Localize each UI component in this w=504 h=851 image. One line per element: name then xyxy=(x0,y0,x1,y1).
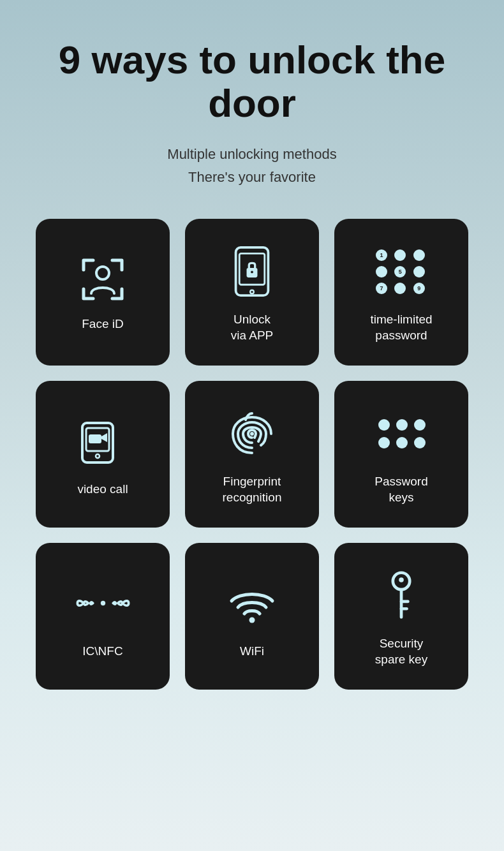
app-unlock-icon xyxy=(223,243,281,300)
keypad-dot-4 xyxy=(376,266,387,278)
pwd-dot-1 xyxy=(378,419,390,431)
password-keys-icon xyxy=(373,405,430,463)
ic-nfc-icon xyxy=(74,575,131,632)
svg-point-9 xyxy=(96,454,100,458)
time-password-label: time-limitedpassword xyxy=(370,312,432,343)
wifi-icon xyxy=(223,575,281,632)
hero-title: 9 ways to unlock the door xyxy=(26,38,478,125)
video-call-label: video call xyxy=(77,482,128,498)
card-password-keys: Passwordkeys xyxy=(334,381,468,528)
face-id-label: Face iD xyxy=(82,316,123,332)
svg-point-0 xyxy=(96,267,109,279)
keypad-dot-8 xyxy=(394,283,406,294)
pwd-dot-4 xyxy=(378,437,390,448)
svg-point-10 xyxy=(250,432,254,436)
ic-nfc-label: IC\NFC xyxy=(82,644,122,660)
svg-point-14 xyxy=(399,577,404,582)
unlock-methods-grid: Face iD Unlockvia APP 1 xyxy=(36,219,468,690)
keypad-dot-7: 7 xyxy=(376,283,387,294)
pwd-dot-6 xyxy=(414,437,426,448)
pwd-dot-2 xyxy=(396,419,408,431)
card-fingerprint: Fingerprintrecognition xyxy=(185,381,319,528)
pwd-dot-3 xyxy=(414,419,426,431)
keypad-dot-3 xyxy=(413,249,425,261)
hero-subtitle: Multiple unlocking methods There's your … xyxy=(167,143,336,188)
card-spare-key: Securityspare key xyxy=(334,543,468,690)
spare-key-label: Securityspare key xyxy=(375,636,427,667)
svg-point-5 xyxy=(250,290,254,294)
pwd-dot-5 xyxy=(396,437,408,448)
fingerprint-icon xyxy=(223,405,281,463)
keypad-dot-6 xyxy=(413,266,425,278)
keypad-dot-9: 9 xyxy=(413,283,425,294)
svg-point-4 xyxy=(251,271,253,274)
time-password-icon: 1 5 7 9 xyxy=(373,243,430,300)
card-wifi: WiFi xyxy=(185,543,319,690)
password-keys-label: Passwordkeys xyxy=(374,474,427,505)
keypad-dot-5: 5 xyxy=(394,266,406,278)
card-ic-nfc: IC\NFC xyxy=(36,543,170,690)
spare-key-icon xyxy=(373,567,430,625)
face-id-icon xyxy=(77,254,128,305)
keypad-dot-2 xyxy=(394,249,406,261)
card-face-id: Face iD xyxy=(36,219,170,366)
wifi-label: WiFi xyxy=(240,644,264,660)
svg-point-11 xyxy=(100,601,105,605)
card-app-unlock: Unlockvia APP xyxy=(185,219,319,366)
fingerprint-label: Fingerprintrecognition xyxy=(223,474,282,505)
svg-rect-8 xyxy=(89,434,101,443)
card-video-call: video call xyxy=(36,381,170,528)
svg-point-12 xyxy=(249,617,255,623)
video-call-icon xyxy=(74,413,131,470)
card-time-password: 1 5 7 9 time-limitedpassword xyxy=(334,219,468,366)
keypad-dot-1: 1 xyxy=(376,249,387,261)
app-unlock-label: Unlockvia APP xyxy=(231,312,274,343)
